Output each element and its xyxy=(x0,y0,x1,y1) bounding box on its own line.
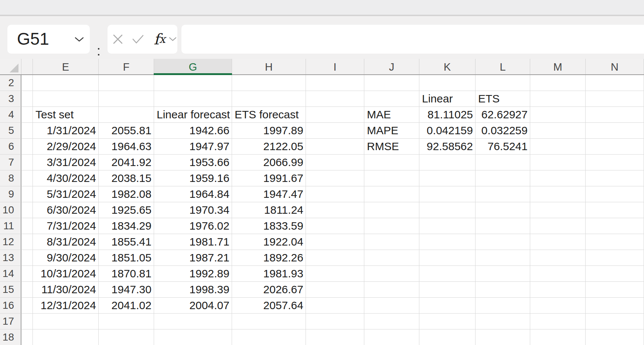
cell-M15[interactable] xyxy=(530,282,586,298)
cell-partial-5[interactable] xyxy=(21,123,33,139)
select-all-corner[interactable] xyxy=(0,59,21,74)
row-header-12[interactable]: 12 xyxy=(0,234,21,250)
cell-L3[interactable]: ETS xyxy=(476,91,530,107)
cell-F6[interactable]: 1964.63 xyxy=(99,139,154,155)
cell-K8[interactable] xyxy=(419,170,476,186)
cell-L16[interactable] xyxy=(476,298,530,314)
cell-partial-11[interactable] xyxy=(21,218,33,234)
row-header-15[interactable]: 15 xyxy=(0,282,21,298)
row-header-18[interactable]: 18 xyxy=(0,329,21,345)
name-box[interactable]: G51 xyxy=(7,25,90,54)
cell-G9[interactable]: 1964.84 xyxy=(154,186,232,202)
cell-H18[interactable] xyxy=(232,329,306,345)
cell-N8[interactable] xyxy=(586,170,644,186)
cell-N18[interactable] xyxy=(586,329,644,345)
cell-L6[interactable]: 76.5241 xyxy=(476,139,530,155)
cell-K17[interactable] xyxy=(419,314,476,329)
cell-E5[interactable]: 1/31/2024 xyxy=(33,123,99,139)
cell-I6[interactable] xyxy=(306,139,364,155)
cell-J10[interactable] xyxy=(364,202,419,218)
cell-E10[interactable]: 6/30/2024 xyxy=(33,202,99,218)
cell-M2[interactable] xyxy=(530,75,586,91)
cell-L10[interactable] xyxy=(476,202,530,218)
cell-partial-2[interactable] xyxy=(21,75,33,91)
cell-G14[interactable]: 1992.89 xyxy=(154,266,232,282)
cell-partial-9[interactable] xyxy=(21,186,33,202)
cell-H6[interactable]: 2122.05 xyxy=(232,139,306,155)
column-header-L[interactable]: L xyxy=(476,59,530,74)
cell-I16[interactable] xyxy=(306,298,364,314)
cell-N11[interactable] xyxy=(586,218,644,234)
cell-N14[interactable] xyxy=(586,266,644,282)
cell-L5[interactable]: 0.032259 xyxy=(476,123,530,139)
cell-E13[interactable]: 9/30/2024 xyxy=(33,250,99,266)
column-header-H[interactable]: H xyxy=(232,59,306,74)
cell-E15[interactable]: 11/30/2024 xyxy=(33,282,99,298)
cell-H11[interactable]: 1833.59 xyxy=(232,218,306,234)
cell-L7[interactable] xyxy=(476,155,530,170)
cell-partial-16[interactable] xyxy=(21,298,33,314)
cell-F11[interactable]: 1834.29 xyxy=(99,218,154,234)
column-header-M[interactable]: M xyxy=(530,59,586,74)
column-header-G[interactable]: G xyxy=(154,59,232,74)
enter-button[interactable] xyxy=(132,34,144,44)
cell-N15[interactable] xyxy=(586,282,644,298)
cell-partial-17[interactable] xyxy=(21,314,33,329)
cell-J6[interactable]: RMSE xyxy=(364,139,419,155)
cell-partial-8[interactable] xyxy=(21,170,33,186)
cell-N12[interactable] xyxy=(586,234,644,250)
cell-F9[interactable]: 1982.08 xyxy=(99,186,154,202)
cell-N2[interactable] xyxy=(586,75,644,91)
cell-F10[interactable]: 1925.65 xyxy=(99,202,154,218)
cell-N6[interactable] xyxy=(586,139,644,155)
cell-G5[interactable]: 1942.66 xyxy=(154,123,232,139)
cell-M7[interactable] xyxy=(530,155,586,170)
cell-E18[interactable] xyxy=(33,329,99,345)
cell-F8[interactable]: 2038.15 xyxy=(99,170,154,186)
cell-F4[interactable] xyxy=(99,107,154,123)
cell-H10[interactable]: 1811.24 xyxy=(232,202,306,218)
cell-E3[interactable] xyxy=(33,91,99,107)
cell-M18[interactable] xyxy=(530,329,586,345)
cell-L8[interactable] xyxy=(476,170,530,186)
row-header-6[interactable]: 6 xyxy=(0,139,21,155)
cell-I17[interactable] xyxy=(306,314,364,329)
cell-N17[interactable] xyxy=(586,314,644,329)
row-header-7[interactable]: 7 xyxy=(0,155,21,170)
cell-F13[interactable]: 1851.05 xyxy=(99,250,154,266)
cell-K11[interactable] xyxy=(419,218,476,234)
cell-N9[interactable] xyxy=(586,186,644,202)
cell-G3[interactable] xyxy=(154,91,232,107)
cell-H16[interactable]: 2057.64 xyxy=(232,298,306,314)
row-header-5[interactable]: 5 xyxy=(0,123,21,139)
chevron-down-icon[interactable] xyxy=(75,37,84,42)
cell-J15[interactable] xyxy=(364,282,419,298)
cell-I3[interactable] xyxy=(306,91,364,107)
cell-F3[interactable] xyxy=(99,91,154,107)
cell-N4[interactable] xyxy=(586,107,644,123)
cell-G2[interactable] xyxy=(154,75,232,91)
cell-L4[interactable]: 62.62927 xyxy=(476,107,530,123)
column-header-partial[interactable] xyxy=(21,59,33,74)
cell-J17[interactable] xyxy=(364,314,419,329)
cell-partial-18[interactable] xyxy=(21,329,33,345)
cell-I9[interactable] xyxy=(306,186,364,202)
cell-J12[interactable] xyxy=(364,234,419,250)
cell-I14[interactable] xyxy=(306,266,364,282)
cell-partial-4[interactable] xyxy=(21,107,33,123)
cell-J5[interactable]: MAPE xyxy=(364,123,419,139)
cancel-button[interactable] xyxy=(112,34,123,45)
cell-I8[interactable] xyxy=(306,170,364,186)
cell-N5[interactable] xyxy=(586,123,644,139)
cell-L14[interactable] xyxy=(476,266,530,282)
row-header-4[interactable]: 4 xyxy=(0,107,21,123)
cell-partial-13[interactable] xyxy=(21,250,33,266)
cell-L12[interactable] xyxy=(476,234,530,250)
row-header-17[interactable]: 17 xyxy=(0,314,21,329)
cell-J8[interactable] xyxy=(364,170,419,186)
cell-K5[interactable]: 0.042159 xyxy=(419,123,476,139)
column-header-I[interactable]: I xyxy=(306,59,364,74)
cell-F14[interactable]: 1870.81 xyxy=(99,266,154,282)
cell-J14[interactable] xyxy=(364,266,419,282)
row-header-13[interactable]: 13 xyxy=(0,250,21,266)
